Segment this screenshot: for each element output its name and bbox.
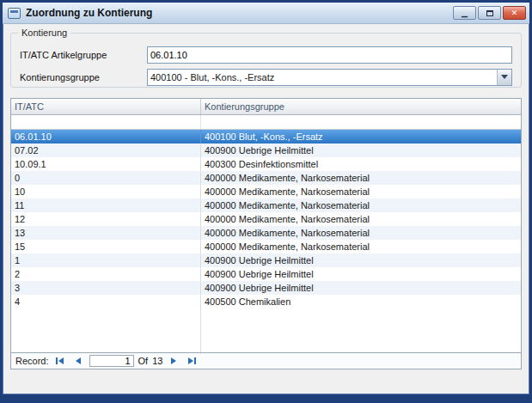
- window-title: Zuordnung zu Kontierung: [26, 7, 453, 19]
- cell-kontierungsgruppe: 400900 Uebrige Heilmittel: [201, 253, 521, 267]
- record-label: Record:: [15, 356, 49, 366]
- previous-record-icon: [76, 357, 81, 364]
- cell-kontierungsgruppe: 400100 Blut, -Kons., -Ersatz: [201, 130, 521, 143]
- cell-kontierungsgruppe: 400000 Medikamente, Narkosematerial: [201, 226, 521, 240]
- next-record-icon: [171, 357, 176, 364]
- cell-kontierungsgruppe: 400000 Medikamente, Narkosematerial: [201, 212, 521, 226]
- maximize-button[interactable]: [478, 6, 501, 20]
- table-row[interactable]: 12 400000 Medikamente, Narkosematerial: [11, 212, 521, 226]
- column-header-kontierungsgruppe[interactable]: Kontierungsgruppe: [201, 99, 521, 114]
- table-row[interactable]: 1 400900 Uebrige Heilmittel: [11, 253, 521, 267]
- cell-kontierungsgruppe: 400300 Desinfektionsmittel: [201, 157, 521, 171]
- previous-record-button[interactable]: [71, 355, 85, 367]
- cell-kontierungsgruppe: 400900 Uebrige Heilmittel: [201, 281, 521, 295]
- kontierungsgruppe-row: Kontierungsgruppe 400100 - Blut, -Kons.,…: [20, 68, 512, 86]
- first-record-button[interactable]: [53, 355, 67, 367]
- record-of-label: Of: [138, 356, 149, 366]
- last-record-icon: [188, 357, 193, 364]
- last-record-button[interactable]: [185, 355, 199, 367]
- cell-kontierungsgruppe: 400000 Medikamente, Narkosematerial: [201, 198, 521, 212]
- table-row[interactable]: 15 400000 Medikamente, Narkosematerial: [11, 240, 521, 253]
- dialog-window: Zuordnung zu Kontierung ▁ ✕ Kontierung I…: [0, 0, 532, 403]
- table-row[interactable]: 11 400000 Medikamente, Narkosematerial: [11, 198, 521, 212]
- first-record-icon: [56, 357, 58, 364]
- kontierung-grid: IT/ATC Kontierungsgruppe 06.01.10 400100…: [10, 98, 522, 369]
- cell-itatc: 12: [11, 212, 201, 226]
- table-row[interactable]: 0 400000 Medikamente, Narkosematerial: [11, 171, 521, 185]
- kontierungsgruppe-selected-value: 400100 - Blut, -Kons., -Ersatz: [148, 70, 497, 85]
- cell-itatc: 4: [11, 295, 201, 308]
- table-row[interactable]: 07.02 400900 Uebrige Heilmittel: [11, 143, 521, 157]
- column-header-itatc[interactable]: IT/ATC: [11, 99, 201, 114]
- cell-itatc: 0: [11, 171, 201, 185]
- cell-itatc: 13: [11, 226, 201, 240]
- artikelgruppe-row: IT/ATC Artikelgruppe: [20, 46, 512, 64]
- grid-rows: 06.01.10 400100 Blut, -Kons., -Ersatz 07…: [11, 130, 521, 352]
- close-button[interactable]: ✕: [503, 6, 526, 20]
- grid-empty-area: [11, 308, 521, 352]
- titlebar: Zuordnung zu Kontierung ▁ ✕: [3, 3, 529, 24]
- filter-cell-kontierungsgruppe[interactable]: [201, 115, 521, 129]
- cell-kontierungsgruppe: 400000 Medikamente, Narkosematerial: [201, 171, 521, 185]
- minimize-button[interactable]: ▁: [453, 6, 476, 20]
- cell-kontierungsgruppe: 400000 Medikamente, Narkosematerial: [201, 240, 521, 253]
- cell-itatc: 06.01.10: [11, 130, 201, 143]
- next-record-button[interactable]: [167, 355, 180, 367]
- record-total: 13: [152, 356, 162, 366]
- kontierungsgruppe-dropdown[interactable]: 400100 - Blut, -Kons., -Ersatz: [147, 69, 512, 86]
- record-number-input[interactable]: [89, 355, 134, 367]
- grid-header: IT/ATC Kontierungsgruppe: [11, 99, 521, 115]
- chevron-down-icon: [501, 75, 508, 79]
- cell-itatc: 11: [11, 198, 201, 212]
- grid-filter-row[interactable]: [11, 115, 521, 130]
- table-row[interactable]: 4 400500 Chemikalien: [11, 295, 521, 308]
- dropdown-button[interactable]: [497, 70, 511, 85]
- maximize-icon: [486, 10, 493, 16]
- table-row[interactable]: 10 400000 Medikamente, Narkosematerial: [11, 185, 521, 198]
- table-row[interactable]: 10.09.1 400300 Desinfektionsmittel: [11, 157, 521, 171]
- artikelgruppe-input[interactable]: [147, 46, 512, 64]
- client-area: Kontierung IT/ATC Artikelgruppe Kontieru…: [3, 24, 529, 394]
- groupbox-title: Kontierung: [18, 27, 70, 38]
- cell-kontierungsgruppe: 400900 Uebrige Heilmittel: [201, 267, 521, 281]
- cell-itatc: 10: [11, 185, 201, 198]
- cell-itatc: 3: [11, 281, 201, 295]
- cell-itatc: 2: [11, 267, 201, 281]
- cell-kontierungsgruppe: 400000 Medikamente, Narkosematerial: [201, 185, 521, 198]
- filter-cell-itatc[interactable]: [11, 115, 201, 129]
- cell-itatc: 15: [11, 240, 201, 253]
- cell-itatc: 07.02: [11, 143, 201, 157]
- cell-kontierungsgruppe: 400900 Uebrige Heilmittel: [201, 143, 521, 157]
- table-row[interactable]: 2 400900 Uebrige Heilmittel: [11, 267, 521, 281]
- window-icon: [8, 8, 21, 19]
- table-row[interactable]: 13 400000 Medikamente, Narkosematerial: [11, 226, 521, 240]
- kontierung-groupbox: Kontierung IT/ATC Artikelgruppe Kontieru…: [10, 33, 522, 88]
- table-row[interactable]: 06.01.10 400100 Blut, -Kons., -Ersatz: [11, 130, 521, 143]
- cell-itatc: 10.09.1: [11, 157, 201, 171]
- artikelgruppe-label: IT/ATC Artikelgruppe: [20, 50, 147, 60]
- table-row[interactable]: 3 400900 Uebrige Heilmittel: [11, 281, 521, 295]
- record-navigator: Record: Of 13: [11, 352, 521, 369]
- cell-kontierungsgruppe: 400500 Chemikalien: [201, 295, 521, 308]
- cell-itatc: 1: [11, 253, 201, 267]
- kontierungsgruppe-label: Kontierungsgruppe: [20, 72, 147, 82]
- column-divider: [11, 308, 201, 352]
